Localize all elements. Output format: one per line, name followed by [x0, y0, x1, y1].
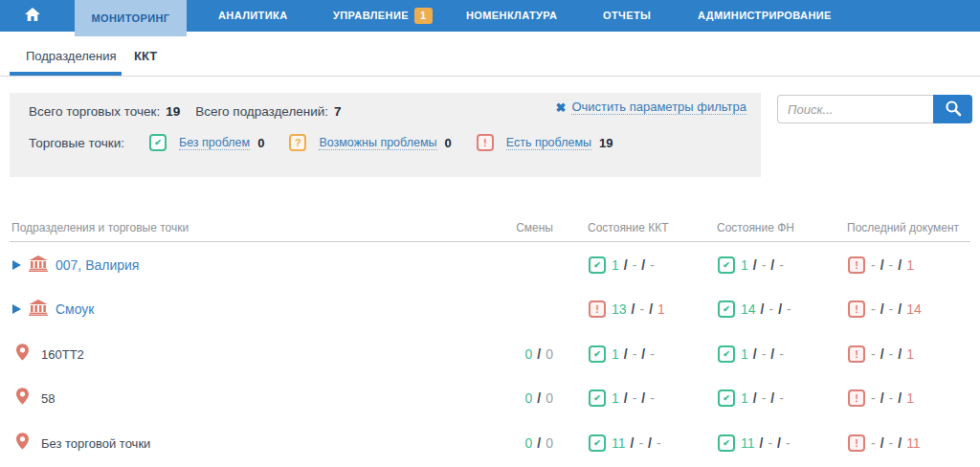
status-icon: [718, 434, 735, 452]
trade-point-name-cell: Без торговой точки: [12, 421, 150, 465]
filter-link-possible-problems[interactable]: Возможны проблемы: [319, 136, 436, 150]
fn-state-cell: 11/-/-: [718, 421, 791, 465]
division-name-cell: 007, Валирия: [12, 243, 139, 287]
clear-filter-label: Очистить параметры фильтра: [571, 100, 746, 115]
total-points-value: 19: [166, 104, 180, 119]
status-icon: [848, 434, 865, 452]
notification-badge: 1: [414, 8, 433, 24]
status-icon: [848, 389, 865, 407]
filter-panel: Всего торговых точек: 19 Всего подраздел…: [10, 93, 761, 177]
status-icon: [848, 300, 865, 318]
division-link[interactable]: Смоук: [56, 301, 95, 317]
status-icon: [718, 389, 735, 407]
nav-item-administration[interactable]: АДМИНИСТРИРОВАНИЕ: [698, 0, 832, 32]
search-input[interactable]: [777, 95, 933, 123]
home-button[interactable]: [25, 0, 40, 32]
table-row: Без торговой точки 0/0 11/-/- 11/-/- -/-…: [0, 421, 980, 465]
fn-state-cell: 1/-/-: [718, 332, 784, 376]
filter-link-has-problems[interactable]: Есть проблемы: [506, 136, 591, 150]
last-document-cell: -/-/1: [848, 376, 914, 420]
nav-item-reports[interactable]: ОТЧЕТЫ: [603, 0, 651, 32]
shifts-cell: 0/0: [479, 421, 553, 465]
last-document-cell: -/-/1: [848, 332, 914, 376]
totals-line: Всего торговых точек: 19 Всего подраздел…: [29, 104, 342, 119]
table-row: 160ТТ2 0/0 1/-/- 1/-/- -/-/1: [0, 332, 980, 376]
total-divisions-label: Всего подразделений:: [195, 104, 328, 119]
filter-value-no-problems: 0: [257, 136, 264, 150]
location-pin-icon: [16, 433, 29, 454]
clear-filter-button[interactable]: ✖ Очистить параметры фильтра: [556, 100, 746, 115]
shifts-values: 0/0: [525, 390, 553, 406]
last-document-cell: -/-/14: [848, 287, 922, 331]
shifts-values: 0/0: [525, 435, 553, 451]
kkt-state-cell: 11/-/-: [589, 421, 661, 465]
last-document-values: -/-/1: [871, 390, 914, 406]
kkt-state-cell: 13/-/1: [589, 287, 665, 331]
last-document-values: -/-/1: [871, 346, 914, 362]
table-row: Смоук 13/-/1 14/-/- -/-/14: [0, 287, 980, 331]
expand-arrow-icon[interactable]: [12, 260, 21, 270]
last-document-values: -/-/11: [871, 435, 921, 451]
trade-point-name-cell: 58: [12, 376, 55, 420]
expand-arrow-icon[interactable]: [12, 304, 21, 314]
kkt-state-values: 1/-/-: [612, 346, 655, 362]
status-icon: [589, 256, 606, 274]
status-icon: [589, 389, 606, 407]
tab-kkt[interactable]: ККТ: [134, 49, 157, 63]
question-icon: [289, 134, 306, 151]
column-header-kkt-state: Состояние ККТ: [588, 221, 669, 234]
column-header-last-document: Последний документ: [847, 221, 959, 234]
trade-point-name: Без торговой точки: [41, 436, 150, 451]
nav-item-management[interactable]: УПРАВЛЕНИЕ 1: [333, 0, 433, 32]
status-icon: [589, 345, 606, 363]
fn-state-values: 11/-/-: [741, 435, 791, 451]
nav-item-monitoring[interactable]: МОНИТОРИНГ: [75, 0, 187, 36]
fn-state-values: 1/-/-: [741, 390, 784, 406]
trade-point-name: 160ТТ2: [41, 347, 84, 362]
shifts-values: 0/0: [525, 346, 553, 362]
app-screen: МОНИТОРИНГ АНАЛИТИКА УПРАВЛЕНИЕ 1 НОМЕНК…: [0, 0, 980, 467]
home-icon: [25, 8, 40, 25]
check-icon: [149, 134, 167, 151]
tabs-divider: [0, 76, 980, 77]
table-row: 58 0/0 1/-/- 1/-/- -/-/1: [0, 376, 980, 420]
trade-point-name: 58: [41, 391, 55, 406]
location-pin-icon: [16, 344, 29, 365]
filter-link-no-problems[interactable]: Без проблем: [179, 136, 250, 150]
status-icon: [589, 434, 606, 452]
tab-subdivisions[interactable]: Подразделения: [26, 49, 117, 63]
nav-item-nomenclature[interactable]: НОМЕНКЛАТУРА: [466, 0, 557, 32]
filter-status-problems: Есть проблемы 19: [477, 134, 613, 151]
bank-icon: [29, 256, 48, 276]
filter-value-has-problems: 19: [599, 136, 612, 150]
shifts-cell: 0/0: [479, 332, 553, 376]
points-status-row: Торговые точки: Без проблем 0 Возможны п…: [29, 134, 612, 151]
status-icon: [718, 345, 735, 363]
column-header-fn-state: Состояние ФН: [717, 221, 794, 234]
bank-icon: [29, 300, 48, 320]
location-pin-icon: [16, 388, 29, 409]
fn-state-cell: 1/-/-: [718, 243, 784, 287]
division-name-cell: Смоук: [12, 287, 95, 331]
last-document-values: -/-/1: [871, 257, 914, 273]
division-link[interactable]: 007, Валирия: [56, 257, 139, 273]
total-divisions-value: 7: [334, 104, 342, 119]
status-icon: [589, 300, 606, 318]
column-header-shifts: Смены: [479, 221, 553, 234]
nav-item-label: УПРАВЛЕНИЕ: [333, 0, 409, 32]
kkt-state-cell: 1/-/-: [589, 243, 655, 287]
status-icon: [848, 345, 865, 363]
fn-state-cell: 1/-/-: [718, 376, 784, 420]
kkt-state-values: 1/-/-: [612, 390, 655, 406]
fn-state-values: 14/-/-: [741, 301, 791, 317]
nav-item-analytics[interactable]: АНАЛИТИКА: [218, 0, 287, 32]
status-icon: [718, 256, 735, 274]
top-navbar: МОНИТОРИНГ АНАЛИТИКА УПРАВЛЕНИЕ 1 НОМЕНК…: [0, 0, 980, 32]
kkt-state-values: 1/-/-: [612, 257, 655, 273]
kkt-state-values: 13/-/1: [612, 301, 665, 317]
fn-state-cell: 14/-/-: [718, 287, 791, 331]
search-box: [777, 95, 972, 123]
filter-status-ok: Без проблем 0: [149, 134, 264, 151]
search-button[interactable]: [933, 95, 972, 123]
kkt-state-cell: 1/-/-: [589, 332, 655, 376]
